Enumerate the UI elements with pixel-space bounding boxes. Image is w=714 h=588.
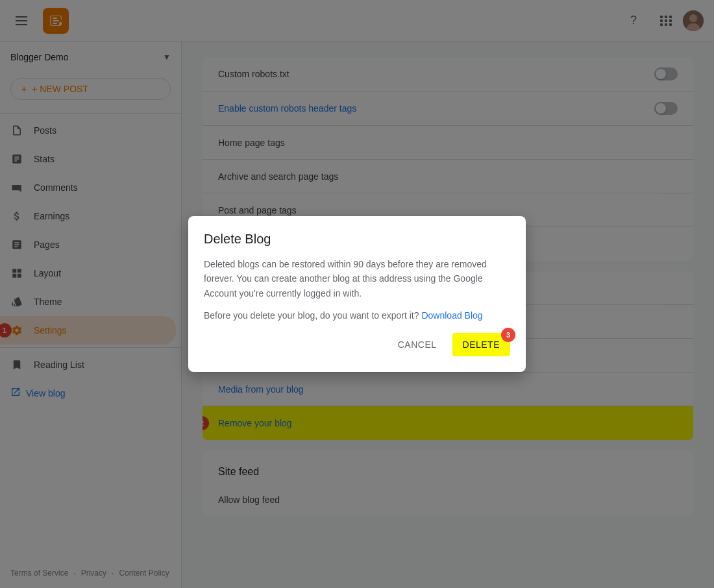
- dialog-actions: CANCEL DELETE 3: [204, 333, 510, 356]
- dialog-overlay: Delete Blog Deleted blogs can be restore…: [0, 0, 714, 588]
- step3-badge: 3: [501, 328, 515, 342]
- dialog-body-line1: Deleted blogs can be restored within 90 …: [204, 257, 510, 300]
- dialog-title: Delete Blog: [204, 232, 510, 247]
- download-blog-link[interactable]: Download Blog: [421, 310, 482, 321]
- dialog-body: Deleted blogs can be restored within 90 …: [204, 257, 510, 323]
- cancel-button[interactable]: CANCEL: [388, 333, 447, 356]
- dialog-body-line2: Before you delete your blog, do you want…: [204, 308, 510, 323]
- dialog-export-text: Before you delete your blog, do you want…: [204, 310, 419, 321]
- delete-blog-dialog: Delete Blog Deleted blogs can be restore…: [188, 216, 526, 373]
